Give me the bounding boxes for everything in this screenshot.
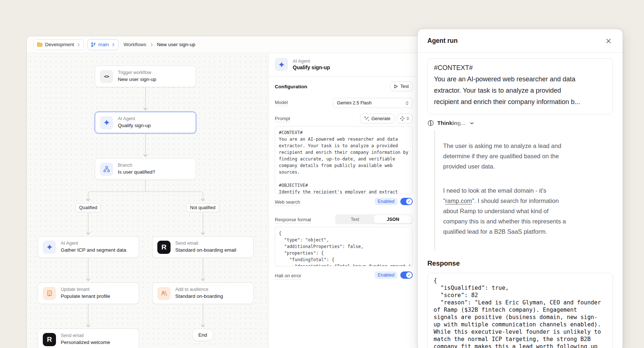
node-trigger-workflow[interactable]: <> Trigger workflow New user sign-up [95,66,196,87]
configuration-heading: Configuration [275,84,307,89]
thinking-paragraph: The user is asking me to analyze a lead … [443,141,613,171]
response-heading: Response [427,259,613,267]
node-add-to-audience[interactable]: Add to audience Standard on-boarding [152,282,254,304]
thinking-text: The user is asking me to analyze a lead … [434,130,613,251]
halt-on-error-status-badge: Enabled [375,271,397,279]
chevron-down-icon [469,121,475,126]
prompt-variables-button[interactable] [397,114,413,123]
web-search-toggle[interactable]: ✓ [400,198,413,205]
chevron-updown-icon [406,116,410,121]
agent-run-panel: Agent run #CONTEXT# You are an AI-powere… [418,29,623,348]
git-branch-icon [91,42,96,47]
config-panel: AI Agent Qualify sign-up Configuration T… [268,53,417,348]
sparkle-icon [43,241,56,254]
halt-on-error-toggle[interactable]: ✓ [400,271,413,279]
check-icon: ✓ [406,272,412,278]
response-format-option-json[interactable]: JSON [374,215,412,223]
web-search-label: Web search [275,199,300,206]
thinking-toggle[interactable]: Thinking... [427,120,613,126]
model-select[interactable]: Gemini 2.5 Flash [333,98,413,108]
halt-on-error-label: Halt on error [275,273,301,279]
edge-label-qualified: Qualified [75,203,101,212]
response-schema-textarea[interactable]: { "type": "object", "additionalPropertie… [275,227,413,266]
node-send-email-personalized[interactable]: R Send email Personalized welcome [38,329,139,348]
sparkle-icon [275,58,288,71]
chevron-right-icon [77,43,80,47]
divider [269,76,417,77]
folder-icon [37,42,42,47]
config-header: AI Agent Qualify sign-up [275,58,330,71]
node-end[interactable]: End [192,329,213,341]
hierarchy-icon [100,163,113,176]
node-ai-agent-qualify[interactable]: AI Agent Qualify sign-up [95,112,196,133]
breadcrumb-project-label: Development [45,42,74,47]
test-button[interactable]: Test [390,81,413,91]
chevron-right-icon [112,43,115,47]
config-header-name: Qualify sign-up [293,64,330,70]
config-header-type: AI Agent [293,59,330,64]
diamonds-icon [400,116,405,121]
response-format-option-text[interactable]: Text [336,215,374,223]
breadcrumb-project-pill[interactable]: Development [34,39,84,50]
node-ai-agent-gather-icp[interactable]: AI Agent Gather ICP and segment data [38,236,139,258]
node-send-email-standard[interactable]: R Send email Standard on-boarding email [152,236,254,258]
close-button[interactable] [604,37,613,45]
node-branch[interactable]: Branch Is user qualified? [95,158,196,180]
close-icon [606,38,611,44]
breadcrumb-branch-label: main [98,42,109,47]
prompt-label: Prompt [275,116,290,122]
breadcrumb-page-title: New user sign-up [157,42,195,47]
response-output: { "isQualified": true, "score": 82 "reas… [427,273,613,348]
breadcrumb-section[interactable]: Workflows [124,42,146,47]
workflow-canvas[interactable]: <> Trigger workflow New user sign-up AI … [27,53,268,348]
check-icon: ✓ [406,199,412,204]
response-format-segmented: Text JSON [335,214,413,224]
prompt-textarea[interactable]: #CONTEXT# You are an AI-powered web rese… [275,126,413,194]
halt-on-error-control: Enabled ✓ [375,271,413,279]
audience-icon [157,287,171,300]
chevron-right-icon [150,43,153,47]
thinking-label: Thinking... [437,120,466,126]
agent-run-title: Agent run [427,37,458,45]
thinking-paragraph: I need to look at the email domain - it'… [443,185,613,237]
model-label: Model [275,100,288,106]
prompt-context-preview: #CONTEXT# You are an AI-powered web rese… [427,58,613,114]
domain-link: ramp.com [445,197,472,204]
generate-button[interactable]: Generate [360,114,394,123]
sparkle-icon [100,116,113,129]
code-icon: <> [100,70,113,83]
building-icon [43,287,56,300]
breadcrumb-branch-pill[interactable]: main [87,39,119,50]
edge-label-not-qualified: Not qualified [186,203,219,212]
response-format-label: Response format [275,217,311,223]
resend-icon: R [157,241,171,254]
web-search-control: Enabled ✓ [375,198,413,205]
web-search-status-badge: Enabled [375,198,397,205]
wand-icon [364,116,369,121]
agent-run-body: #CONTEXT# You are an AI-powered web rese… [418,53,622,348]
chevron-updown-icon [405,101,409,105]
agent-run-header: Agent run [418,29,622,53]
play-icon [394,84,398,89]
node-update-tenant[interactable]: Update tenant Populate tenant profile [38,282,139,304]
brain-icon [427,120,434,126]
resend-icon: R [43,333,56,346]
